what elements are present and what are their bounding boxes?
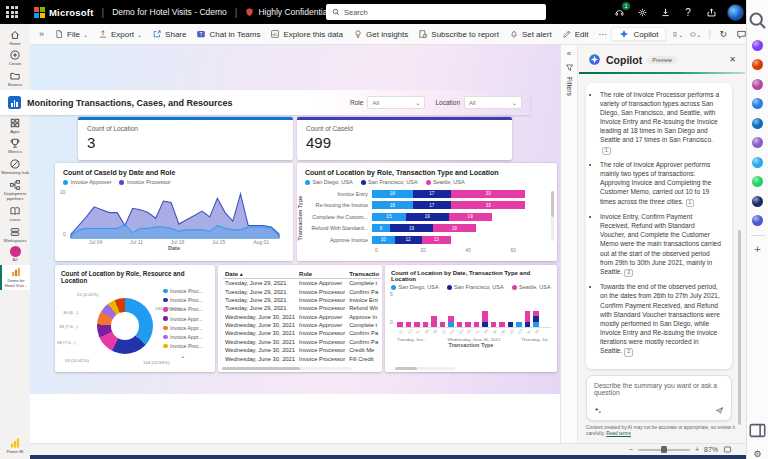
filters-pane-collapsed[interactable]: « Filters [560,45,578,443]
citation-chip[interactable]: 2 [624,348,633,357]
toolbar-teams-button[interactable]: TChat in Teams [191,29,265,39]
people-icon[interactable] [752,79,763,90]
feedback-button[interactable] [704,5,718,19]
toolbar-alert-button[interactable]: Set alert [504,29,557,39]
zoom-in-button[interactable]: + [695,446,699,453]
sidebar-item-monitoring-hub[interactable]: Monitoring hub [0,157,30,178]
toolbar-subscribe-button[interactable]: Subscribe to report [413,29,504,39]
settings-button[interactable] [635,5,649,19]
expand-pane-icon[interactable]: « [567,49,571,58]
download-button[interactable] [658,5,672,19]
location-filter-dropdown[interactable]: All⌄ [464,96,522,109]
sidebar-item-workspaces[interactable]: Workspaces [0,224,30,245]
citation-chip[interactable]: 1 [686,199,695,208]
copilot-input[interactable]: Describe the summary you want or ask a q… [586,375,732,421]
whatsapp-icon[interactable] [752,176,763,187]
copilot-app-icon[interactable] [752,98,763,109]
table-row[interactable]: Wednesday, June 30, 2021Invoice Approver… [223,313,381,321]
settings-icon[interactable]: ⚙ [753,449,761,459]
kpi-count-of-caseid[interactable]: Count of CaseId 499 [297,117,512,160]
toolbar-file-button[interactable]: File⌄ [49,29,93,39]
sidebar-item-browse[interactable]: Browse [0,69,30,90]
bookmark-button[interactable]: ⌄ [672,29,683,40]
toolbar-explore-button[interactable]: Explore this data [265,29,348,39]
hbar-xticks: 0204060 [377,247,557,254]
help-button[interactable]: ? [681,5,695,19]
toolbar-edit-button[interactable]: Edit [557,29,594,39]
table-row[interactable]: Wednesday, June 30, 2021Invoice Processo… [223,329,381,337]
table-header-role[interactable]: Role [297,269,347,279]
sidebar-item-apps[interactable]: Apps [0,115,30,136]
search-icon[interactable] [747,10,768,31]
add-app-icon[interactable]: + [754,244,762,254]
column-chart-card[interactable]: Count of Location by Date, Transaction T… [385,265,557,372]
table-header-transactio[interactable]: Transactio [347,269,381,279]
kpi-title: Count of CaseId [306,125,512,132]
zoom-slider-thumb[interactable] [661,446,667,453]
viewbox-button[interactable]: ⌄ [690,29,701,40]
read-terms-link[interactable]: Read terms [606,431,631,436]
table-row[interactable]: Tuesday, June 29, 2021Invoice ProcessorC… [223,287,381,295]
close-icon[interactable]: ✕ [729,55,738,64]
fit-to-page-icon[interactable] [723,445,732,454]
hbar-segment: 19 [390,224,433,232]
role-filter-dropdown[interactable]: All⌄ [367,96,425,109]
toolbox-icon[interactable] [752,59,763,70]
sidebar-item-a2[interactable]: A2 [0,245,30,265]
toolbar-share-button[interactable]: Share [147,29,191,39]
sidebar-item-demo-for-hotel-visit[interactable]: Demo for Hotel Visit... [0,265,30,291]
nav-expander-button[interactable]: » [34,29,49,39]
citation-chip[interactable]: 2 [624,269,633,278]
teams-app-icon[interactable] [752,215,763,226]
zoom-slider[interactable] [638,449,690,451]
copilot-scrollbar[interactable] [738,230,741,425]
support-icon[interactable]: 1 [612,5,626,19]
table-card[interactable]: Date ▴RoleTransactioTuesday, June 29, 20… [218,265,382,372]
zoom-out-button[interactable]: − [629,446,633,453]
x-tick: Jul 25 [212,239,225,245]
column-hscrollbar[interactable] [395,367,455,371]
telegram-icon[interactable] [752,157,763,168]
x-tick: 40 [465,247,471,253]
table-row[interactable]: Tuesday, June 29, 2021Invoice ApproverCo… [223,279,381,288]
refresh-button[interactable]: ↻ [718,29,729,40]
prompt-suggestions-icon[interactable] [594,406,603,415]
table-row[interactable]: Wednesday, June 30, 2021Invoice Processo… [223,354,381,362]
u-app-icon[interactable] [752,137,763,148]
hbar-chart-card[interactable]: Count of Location by Role, Transaction T… [297,163,557,261]
toolbar-more-button[interactable]: ⋯ [593,30,611,39]
sidebar-item-metrics[interactable]: Metrics [0,136,30,157]
citation-chip[interactable]: 1 [602,147,611,156]
global-search-input[interactable]: Search [326,4,546,20]
table-row[interactable]: Wednesday, June 30, 2021Invoice Processo… [223,338,381,346]
table-row[interactable]: Wednesday, June 30, 2021Invoice Approver… [223,321,381,329]
designer-icon[interactable] [752,40,763,51]
kpi-count-of-location[interactable]: Count of Location 3 [78,117,293,160]
hbar-scrollbar[interactable] [551,191,554,241]
area-chart-card[interactable]: Count of CaseId by Date and Role Invoice… [55,163,293,261]
copilot-toolbar-button[interactable]: Copilot [611,27,666,41]
mail-icon[interactable] [752,118,763,129]
sidebar-item-create[interactable]: Create [0,48,30,69]
table-header-date[interactable]: Date ▴ [223,269,297,279]
panel-icon[interactable] [747,420,768,441]
table-hscrollbar[interactable] [222,367,352,371]
app-launcher-icon[interactable] [0,0,24,24]
legend-more-icon[interactable]: ⌄ [163,352,203,359]
sidebar-item-deployment-pipelines[interactable]: Deployment pipelines [0,178,30,204]
toolbar-export-button[interactable]: Export⌄ [93,29,147,39]
sidebar-item-learn[interactable]: Learn [0,203,30,224]
sidebar-item-home[interactable]: Home [0,27,30,48]
legend-label: San Francisco, USA [368,179,418,185]
table-row[interactable]: Tuesday, June 29, 2021Invoice ProcessorR… [223,304,381,312]
messenger-icon[interactable] [752,196,763,207]
sidebar-item-power-bi[interactable]: Power BI [0,435,30,456]
table-row[interactable]: Tuesday, June 29, 2021Invoice ProcessorI… [223,296,381,304]
legend-dot [361,180,366,185]
toolbar-insights-button[interactable]: Get insights [348,29,413,39]
donut-chart-card[interactable]: Count of Location by Role, Resource and … [55,265,215,372]
kpi-value: 499 [306,134,512,151]
table-row[interactable]: Wednesday, June 30, 2021Invoice Processo… [223,346,381,354]
send-icon[interactable] [715,406,724,415]
account-avatar[interactable] [727,4,744,21]
